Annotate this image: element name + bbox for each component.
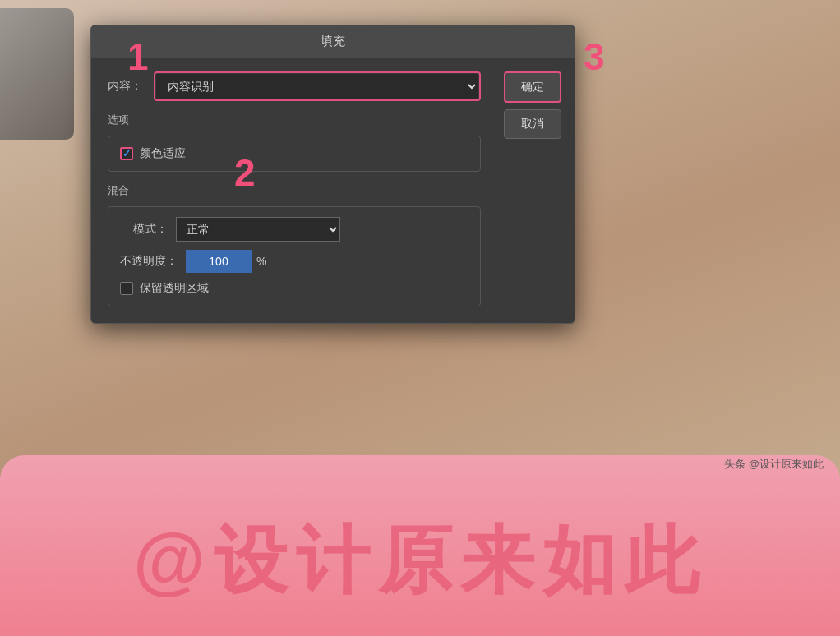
- dialog-overlay: 填充 内容： 内容识别 前景色 背景色 颜色 图案 历史记录: [90, 25, 575, 324]
- percent-label: %: [256, 255, 266, 268]
- blend-section-header: 混合: [108, 183, 481, 198]
- content-label: 内容：: [108, 79, 147, 94]
- content-select-wrapper: 内容识别 前景色 背景色 颜色 图案 历史记录 黑色 50%灰色 白色: [154, 71, 481, 101]
- mode-row: 模式： 正常 溶解 变暗 正片叠底: [120, 217, 468, 242]
- dialog-right-panel: 确定 取消: [497, 58, 575, 323]
- cancel-button[interactable]: 取消: [504, 109, 561, 139]
- preserve-row: 保留透明区域: [120, 281, 468, 296]
- blend-section-box: 模式： 正常 溶解 变暗 正片叠底 不透明度： %: [108, 206, 481, 306]
- opacity-row: 不透明度： %: [120, 250, 468, 273]
- annotation-1: 1: [127, 35, 149, 79]
- mode-label: 模式：: [120, 222, 168, 237]
- dialog-left-panel: 内容： 内容识别 前景色 背景色 颜色 图案 历史记录 黑色 50%灰色 白色: [91, 58, 497, 323]
- opacity-label: 不透明度：: [120, 254, 178, 269]
- content-select[interactable]: 内容识别 前景色 背景色 颜色 图案 历史记录 黑色 50%灰色 白色: [156, 74, 478, 99]
- color-adapt-label: 颜色适应: [140, 146, 186, 161]
- preserve-checkbox[interactable]: [120, 282, 133, 295]
- mode-select[interactable]: 正常 溶解 变暗 正片叠底: [176, 217, 340, 242]
- color-adapt-row: 颜色适应: [120, 146, 468, 161]
- content-row: 内容： 内容识别 前景色 背景色 颜色 图案 历史记录 黑色 50%灰色 白色: [108, 71, 481, 101]
- dialog-titlebar: 填充: [91, 25, 575, 58]
- dialog-content: 内容： 内容识别 前景色 背景色 颜色 图案 历史记录 黑色 50%灰色 白色: [91, 58, 575, 323]
- device-left: [0, 8, 74, 140]
- color-adapt-checkbox[interactable]: [120, 147, 133, 160]
- dialog-title: 填充: [321, 34, 345, 48]
- options-section-header: 选项: [108, 113, 481, 127]
- watermark: 头条 @设计原来如此: [724, 457, 824, 472]
- ok-button[interactable]: 确定: [504, 71, 561, 103]
- fill-dialog: 填充 内容： 内容识别 前景色 背景色 颜色 图案 历史记录: [90, 25, 575, 324]
- annotation-2: 2: [234, 150, 256, 195]
- opacity-input[interactable]: [186, 250, 252, 273]
- bottom-text: @设计原来如此: [0, 511, 840, 611]
- options-section-box: 颜色适应: [108, 136, 481, 172]
- annotation-3: 3: [584, 35, 605, 79]
- preserve-label: 保留透明区域: [140, 281, 209, 296]
